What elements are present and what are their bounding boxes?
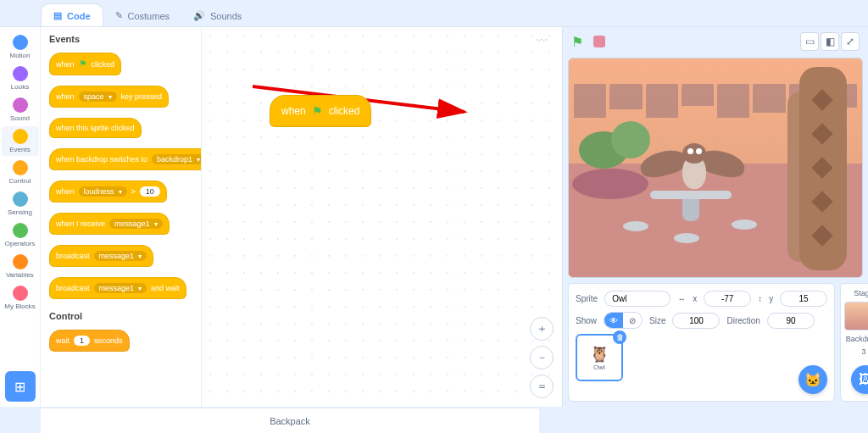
tab-sounds-label: Sounds [210,11,242,21]
block-when-sprite-clicked[interactable]: when this sprite clicked [49,118,142,138]
sprite-label: Sprite [576,294,598,303]
add-backdrop-button[interactable]: 🖼 [851,365,868,394]
block-when-loudness[interactable]: when loudness > 10 [49,180,167,203]
cat-looks[interactable]: Looks [2,64,39,93]
wait-value[interactable]: 1 [74,336,90,346]
sprite-name-input[interactable] [604,291,670,307]
cat-sound[interactable]: Sound [2,95,39,125]
key-dropdown[interactable]: space [79,92,117,102]
owl-sprite[interactable] [669,140,720,199]
backpack-label: Backpack [270,416,310,426]
sprite-info-panel: Sprite ↔ x ↕ y Show 👁 ⊘ Size [568,283,835,402]
cat-variables[interactable]: Variables [2,252,39,281]
green-flag-icon: ⚑ [79,58,87,69]
tree-trunk [799,67,847,270]
block-palette[interactable]: Events when ⚑ clicked when space key pre… [41,27,202,407]
brush-icon: ✎ [115,10,123,21]
stage-info-panel: Stage Backdrops 3 🖼 [840,283,868,402]
block-broadcast-wait[interactable]: broadcast message1 and wait [49,277,186,299]
editor-tabs: ▤ Code ✎ Costumes 🔊 Sounds [0,0,868,27]
green-flag-icon: ⚑ [312,104,323,118]
stage-column: ⚑ ▭ ◧ ⤢ [563,27,868,407]
backdrops-label: Backdrops [846,335,868,343]
cat-face-icon: 🐱 [804,372,821,388]
image-icon: 🖼 [859,372,868,387]
sprite-thumbnail-owl[interactable]: 🗑 🦉 Owl [576,334,623,381]
eye-icon: 👁 [609,316,618,325]
show-button[interactable]: 👁 [604,313,623,328]
cat-operators[interactable]: Operators [2,220,39,250]
loudness-value[interactable]: 10 [140,186,160,197]
tab-code[interactable]: ▤ Code [41,3,103,26]
tab-costumes[interactable]: ✎ Costumes [103,4,182,26]
x-arrows-icon: ↔ [677,294,686,303]
control-header: Control [41,304,201,325]
zoom-out-button[interactable]: － [530,346,554,369]
visibility-toggle: 👁 ⊘ [604,312,643,329]
sprite-x-input[interactable] [704,291,751,307]
category-sidebar: Motion Looks Sound Events Control Sensin… [0,27,41,407]
script-workspace[interactable]: 〰 when ⚑ clicked ＋ － ＝ [202,27,563,407]
receive-msg-dropdown[interactable]: message1 [109,219,163,229]
tab-code-label: Code [67,11,91,21]
backdrops-count: 3 [862,347,866,356]
workspace-block-when-flag-clicked[interactable]: when ⚑ clicked [270,95,371,127]
speaker-icon: 🔊 [193,10,205,21]
add-extension-button[interactable]: ⊞ [5,371,36,402]
block-when-flag-clicked[interactable]: when ⚑ clicked [49,53,121,75]
cat-control[interactable]: Control [2,158,39,187]
backdrop-dropdown[interactable]: backdrop1 [152,154,202,164]
block-broadcast[interactable]: broadcast message1 [49,245,153,267]
cat-myblocks[interactable]: My Blocks [2,283,39,313]
tab-sounds[interactable]: 🔊 Sounds [181,4,253,26]
extension-icon: ⊞ [14,379,25,395]
watermark-icon: 〰 [536,34,548,47]
zoom-controls: ＋ － ＝ [530,317,554,398]
add-sprite-button[interactable]: 🐱 [798,365,827,394]
stage-preview[interactable] [568,58,863,278]
y-arrows-icon: ↕ [758,294,762,303]
block-wait-seconds[interactable]: wait 1 seconds [49,330,130,352]
green-flag-button[interactable]: ⚑ [571,34,587,49]
zoom-in-button[interactable]: ＋ [530,317,554,341]
hide-button[interactable]: ⊘ [623,313,642,328]
block-when-receive[interactable]: when I receive message1 [49,213,170,235]
small-stage-button[interactable]: ▭ [800,32,819,51]
owl-thumb-icon: 🦉 [590,345,609,364]
stage-title: Stage [854,289,868,297]
delete-sprite-button[interactable]: 🗑 [613,330,626,344]
direction-label: Direction [726,316,760,325]
sprite-size-input[interactable] [672,313,720,329]
loudness-dropdown[interactable]: loudness [79,186,127,197]
broadcast-wait-msg-dropdown[interactable]: message1 [94,283,147,293]
backpack-panel[interactable]: Backpack [41,408,539,433]
large-stage-button[interactable]: ◧ [821,32,839,51]
block-when-key-pressed[interactable]: when space key pressed [49,86,169,108]
eye-off-icon: ⊘ [629,316,636,325]
sprite-y-input[interactable] [780,291,827,307]
block-when-backdrop-switches[interactable]: when backdrop switches to backdrop1 [49,148,202,170]
cat-motion[interactable]: Motion [2,32,39,62]
show-label: Show [576,316,597,325]
cat-sensing[interactable]: Sensing [2,189,39,219]
size-label: Size [649,316,665,325]
events-header: Events [41,27,201,47]
broadcast-msg-dropdown[interactable]: message1 [94,251,147,261]
sprite-direction-input[interactable] [767,313,815,329]
cat-events[interactable]: Events [2,126,39,156]
zoom-reset-button[interactable]: ＝ [530,375,554,398]
stop-button[interactable] [593,36,605,47]
blocks-icon: ▤ [53,10,62,21]
fullscreen-button[interactable]: ⤢ [841,32,860,51]
tab-costumes-label: Costumes [128,11,170,21]
backdrop-thumbnail[interactable] [844,302,868,330]
